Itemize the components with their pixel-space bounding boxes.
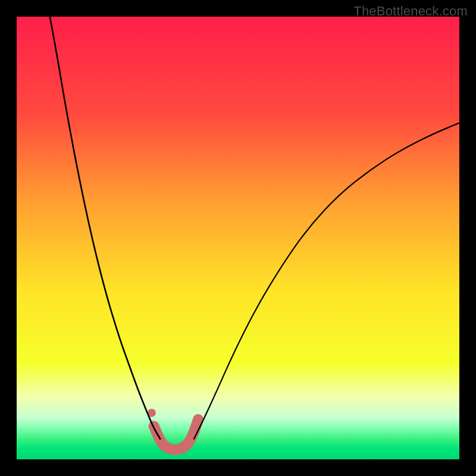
watermark-text: TheBottleneck.com <box>353 4 468 19</box>
valley-highlight <box>154 419 198 450</box>
plot-area <box>17 17 459 459</box>
chart-frame: TheBottleneck.com <box>0 0 476 476</box>
left-descent-curve <box>50 17 161 440</box>
right-ascent-curve <box>194 123 459 440</box>
curve-layer <box>17 17 459 459</box>
